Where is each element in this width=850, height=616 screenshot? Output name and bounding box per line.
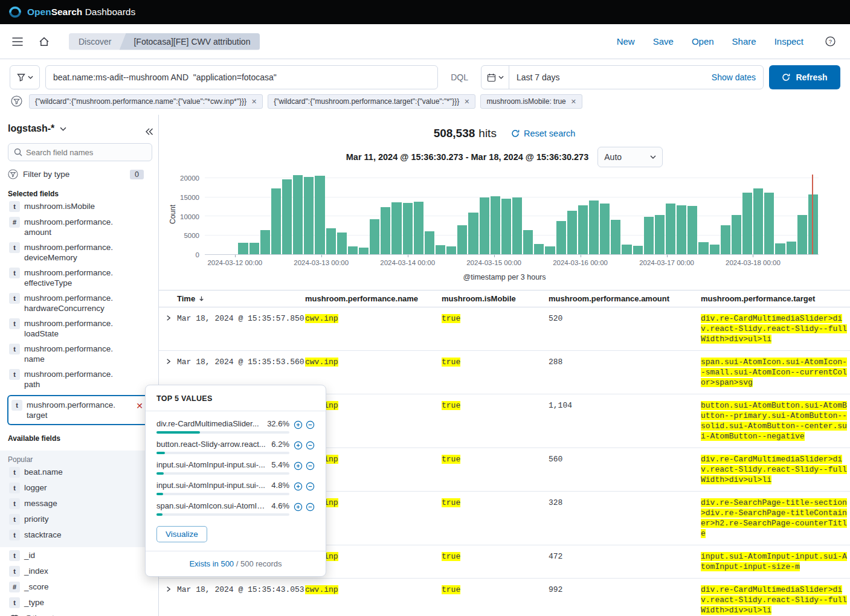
histogram-bar[interactable] (775, 243, 785, 254)
index-pattern-selector[interactable]: logstash-* (8, 123, 66, 134)
filter-out-value-icon[interactable] (306, 502, 315, 512)
refresh-button[interactable]: Refresh (769, 65, 840, 89)
histogram-bar[interactable] (633, 246, 643, 254)
histogram-bar[interactable] (381, 207, 390, 254)
field-item[interactable]: tpriority (8, 512, 152, 527)
histogram-bar[interactable] (315, 176, 324, 254)
filter-remove-icon[interactable]: ✕ (571, 98, 576, 105)
remove-field-icon[interactable]: ✕ (136, 402, 143, 410)
histogram-bar[interactable] (250, 243, 259, 254)
histogram-bar[interactable] (732, 215, 741, 254)
histogram-bar[interactable] (644, 217, 654, 254)
nav-action-inspect[interactable]: Inspect (774, 36, 803, 47)
time-range-value[interactable]: Last 7 days (509, 72, 704, 82)
show-dates-link[interactable]: Show dates (704, 72, 763, 82)
nav-action-save[interactable]: Save (653, 36, 674, 47)
histogram-bar[interactable] (589, 201, 599, 254)
histogram-bar[interactable] (337, 233, 347, 254)
histogram-bar[interactable] (611, 220, 620, 254)
filter-pill[interactable]: mushroom.isMobile: true✕ (480, 94, 582, 109)
filter-for-value-icon[interactable] (294, 441, 303, 450)
histogram-bar[interactable] (293, 175, 303, 254)
filter-out-value-icon[interactable] (306, 420, 315, 429)
query-input[interactable] (53, 72, 430, 82)
histogram-bar[interactable] (556, 221, 566, 254)
home-icon[interactable] (35, 33, 53, 51)
filter-for-value-icon[interactable] (294, 502, 303, 512)
field-item[interactable]: tbeat.​name (8, 465, 152, 480)
field-item[interactable]: tmushroom.​performance.​name (8, 342, 152, 366)
filter-pill[interactable]: {"wildcard":{"mushroom.performance.name"… (29, 94, 263, 109)
column-header[interactable]: mushroom.performance.amount (549, 294, 701, 303)
nav-action-open[interactable]: Open (692, 36, 714, 47)
histogram-bar[interactable] (698, 242, 708, 254)
date-picker-calendar-button[interactable] (481, 66, 509, 89)
histogram-bar[interactable] (326, 228, 336, 254)
filter-for-value-icon[interactable] (294, 461, 303, 470)
histogram-bar[interactable] (468, 213, 478, 254)
field-item[interactable]: t_index (8, 564, 152, 579)
histogram-bar[interactable] (359, 248, 369, 254)
histogram-bar[interactable] (534, 244, 544, 254)
histogram-bar[interactable] (567, 211, 577, 254)
histogram-bar[interactable] (797, 215, 807, 254)
filter-out-value-icon[interactable] (306, 482, 315, 491)
column-header[interactable]: mushroom.isMobile (442, 294, 549, 303)
help-icon[interactable]: ? (822, 33, 839, 50)
field-item[interactable]: tmushroom.​performance.​deviceMemory (8, 240, 152, 265)
expand-row-button[interactable] (159, 357, 177, 388)
reset-search-button[interactable]: Reset search (511, 129, 575, 138)
histogram-bar[interactable] (480, 197, 489, 254)
histogram-bar[interactable] (501, 199, 511, 254)
filter-remove-icon[interactable]: ✕ (464, 98, 469, 105)
exists-link[interactable]: Exists in 500 (189, 559, 234, 568)
histogram-bar[interactable] (655, 215, 665, 254)
field-item[interactable]: tmushroom.​performance.​target✕ (8, 396, 149, 424)
field-item[interactable]: tmushroom.​isMobile (8, 199, 152, 214)
filter-for-value-icon[interactable] (294, 482, 303, 491)
field-item[interactable]: t_type (8, 595, 152, 610)
field-item[interactable]: tmessage (8, 496, 152, 511)
histogram-bar[interactable] (304, 177, 314, 254)
histogram-bar[interactable] (414, 202, 423, 254)
filter-options-icon[interactable] (10, 94, 24, 108)
field-item[interactable]: tmushroom.​performance.​loadState (8, 316, 152, 341)
histogram-bar[interactable] (666, 204, 675, 254)
field-item[interactable]: tmushroom.​performance.​effectiveType (8, 266, 152, 290)
column-header[interactable]: mushroom.performance.name (305, 294, 442, 303)
histogram-bar[interactable] (491, 196, 500, 254)
nav-action-new[interactable]: New (617, 36, 635, 47)
field-item[interactable]: #_score (8, 580, 152, 594)
column-header[interactable]: Time (177, 294, 305, 303)
histogram-bar[interactable] (687, 206, 697, 254)
field-item[interactable]: #mushroom.​performance.​amount (8, 215, 152, 239)
filter-out-value-icon[interactable] (306, 461, 315, 470)
query-language-button[interactable]: DQL (443, 72, 475, 82)
expand-row-button[interactable] (159, 313, 177, 344)
histogram-bar[interactable] (457, 225, 467, 254)
saved-query-menu-button[interactable] (10, 65, 40, 89)
filter-by-type-button[interactable]: Filter by type 0 (8, 169, 152, 179)
histogram-bar[interactable] (721, 225, 730, 254)
field-item[interactable]: t_id (8, 548, 152, 563)
histogram-bar[interactable] (348, 246, 358, 254)
filter-pill[interactable]: {"wildcard":{"mushroom.performance.targe… (268, 94, 475, 109)
histogram-bar[interactable] (370, 219, 379, 254)
histogram-plot[interactable] (205, 175, 819, 255)
filter-for-value-icon[interactable] (294, 420, 303, 429)
histogram-bar[interactable] (600, 204, 610, 254)
histogram-bar[interactable] (764, 193, 774, 254)
field-item[interactable]: tmushroom.​performance.​hardwareConcurre… (8, 291, 152, 315)
histogram-bar[interactable] (446, 246, 456, 254)
histogram-bar[interactable] (271, 188, 281, 254)
breadcrumb-current-page[interactable]: [Fotocasa][FE] CWV attribution (119, 33, 260, 50)
histogram-bar[interactable] (545, 246, 555, 254)
histogram-bar[interactable] (391, 202, 401, 254)
histogram-bar[interactable] (677, 205, 686, 254)
histogram-bar[interactable] (787, 242, 796, 254)
histogram-bar[interactable] (622, 245, 631, 254)
histogram-bar[interactable] (512, 197, 522, 254)
histogram-bar[interactable] (808, 194, 818, 254)
histogram-bar[interactable] (403, 203, 413, 254)
interval-select[interactable]: Auto (597, 147, 663, 167)
